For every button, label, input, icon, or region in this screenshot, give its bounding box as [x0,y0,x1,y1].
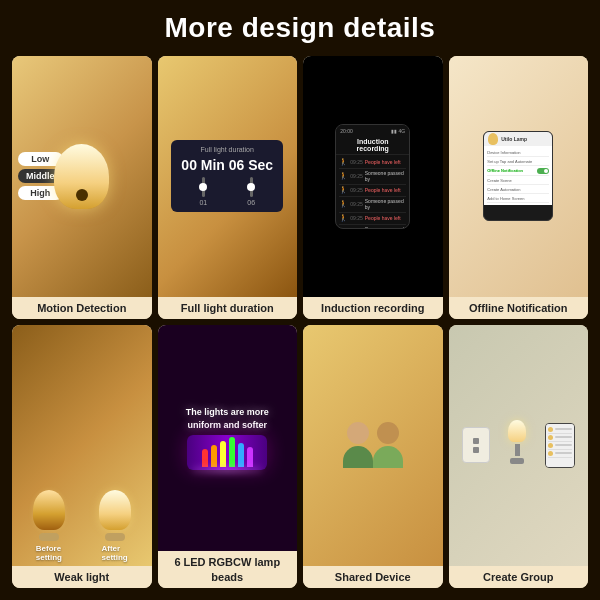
duration-sliders: 01 06 [179,177,275,206]
duration-values: 00 Min 06 Sec [179,157,275,173]
event-row-3: 🚶 09:25 People have left [339,185,406,197]
app-line-3 [555,444,572,446]
weak-light-image: Beforesetting Aftersetting [12,325,152,566]
slider-min: 01 [199,177,207,206]
cell-offline-notification: Utilo Lamp Device Information Set up Tap… [449,56,589,319]
app-screen [546,424,574,467]
event-text-3: People have left [365,187,401,193]
event-row-6: 🚶 09:25 Someone passed by [339,225,406,228]
walk-icon-4: 🚶 [339,200,348,208]
phone-status-bar: 20:00 ▮▮ 4G [336,125,409,136]
slider-sec: 06 [247,177,255,206]
app-row-4 [548,450,572,458]
cell-induction-recording: 20:00 ▮▮ 4G Induction recording 🚶 09:25 … [303,56,443,319]
min-value: 00 Min [181,157,225,173]
phone-mockup: 20:00 ▮▮ 4G Induction recording 🚶 09:25 … [335,124,410,229]
led-bar-4 [229,437,235,467]
motion-detection-image: Low Middle High [12,56,152,297]
slider-thumb-1 [199,183,207,191]
led-bars [202,437,253,467]
phone-app-mini [545,423,575,468]
person-2 [373,422,403,468]
time-1: 09:25 [350,159,363,165]
lamp-icon [488,133,498,145]
offline-notification-image: Utilo Lamp Device Information Set up Tap… [449,56,589,297]
slider-tick-1 [202,177,205,197]
create-group-image [449,325,589,566]
induction-recording-image: 20:00 ▮▮ 4G Induction recording 🚶 09:25 … [303,56,443,297]
app-dot-2 [548,435,553,440]
cell-led-lamp: The lights are moreuniform and softer 6 … [158,325,298,588]
app-row-1 [548,426,572,434]
setting-label-5: Create Automation [487,187,520,192]
outlet-hole-2 [473,447,479,453]
setting-row-6: Add to Home Screen [487,194,549,203]
app-line-2 [555,436,572,438]
app-content: Device Information Set up Tap and Automa… [484,146,552,205]
led-bar-1 [202,449,208,467]
sensor-device [54,144,109,209]
feature-grid: Low Middle High Motion Detection Full li… [12,56,588,588]
duration-screen: Full light duration 00 Min 06 Sec [171,140,283,212]
event-row-1: 🚶 09:25 People have left [339,157,406,169]
full-light-duration-image: Full light duration 00 Min 06 Sec [158,56,298,297]
page-container: More design details Low Middle High Moti… [0,0,600,600]
led-bar-6 [247,447,253,467]
setting-label-3: Offline Notification [487,168,523,173]
lamp-before: Beforesetting [33,490,65,562]
wall-outlet-1 [462,427,490,463]
walk-icon-5: 🚶 [339,214,348,222]
setting-label-6: Add to Home Screen [487,196,524,201]
lamp-after: Aftersetting [99,490,131,562]
led-bar-3 [220,441,226,467]
led-bar-2 [211,445,217,467]
app-dot-4 [548,451,553,456]
setting-row-4: Create Scene [487,176,549,185]
cell-create-group: Create Group [449,325,589,588]
duration-screen-title: Full light duration [179,146,275,153]
phone-hand-mockup: Utilo Lamp Device Information Set up Tap… [483,131,553,221]
lamp-base-after [105,533,125,541]
time-5: 09:25 [350,215,363,221]
shared-device-label: Shared Device [303,566,443,588]
wall-lamp-head [508,420,526,442]
led-lamp-image: The lights are moreuniform and softer [158,325,298,551]
time-3: 09:25 [350,187,363,193]
led-bar-5 [238,443,244,467]
cell-full-light-duration: Full light duration 00 Min 06 Sec [158,56,298,319]
full-light-duration-label: Full light duration [158,297,298,319]
offline-toggle[interactable] [537,168,549,174]
event-text-2: Someone passed by [365,170,406,182]
event-text-1: People have left [365,159,401,165]
person-2-head [377,422,399,444]
cell-motion-detection: Low Middle High Motion Detection [12,56,152,319]
create-group-label: Create Group [449,566,589,588]
weak-light-label: Weak light [12,566,152,588]
outlet-hole-1 [473,438,479,444]
cell-shared-device: Shared Device [303,325,443,588]
setting-row-2: Set up Tap and Automate [487,157,549,166]
phone-battery: ▮▮ 4G [391,128,405,134]
app-row-2 [548,434,572,442]
setting-label-4: Create Scene [487,178,511,183]
cell-weak-light: Beforesetting Aftersetting Weak light [12,325,152,588]
setting-label-2: Set up Tap and Automate [487,159,532,164]
slider-num-1: 01 [199,199,207,206]
app-name: Utilo Lamp [501,136,527,142]
lamp-base-before [39,533,59,541]
person-1 [343,422,373,468]
app-line-4 [555,452,572,454]
before-label: Beforesetting [36,544,62,562]
time-2: 09:25 [350,173,363,179]
setting-row-1: Device Information [487,148,549,157]
event-text-4: Someone passed by [365,198,406,210]
lamp-body-after [99,490,131,530]
phone-time: 20:00 [340,128,353,134]
sec-value: 06 Sec [229,157,273,173]
phone-event-list: 🚶 09:25 People have left 🚶 09:25 Someone… [336,155,409,228]
offline-notification-label: Offline Notification [449,297,589,319]
wall-lamp-neck [515,444,520,456]
person-1-body [343,446,373,468]
event-text-5: People have left [365,215,401,221]
walk-icon-2: 🚶 [339,172,348,180]
